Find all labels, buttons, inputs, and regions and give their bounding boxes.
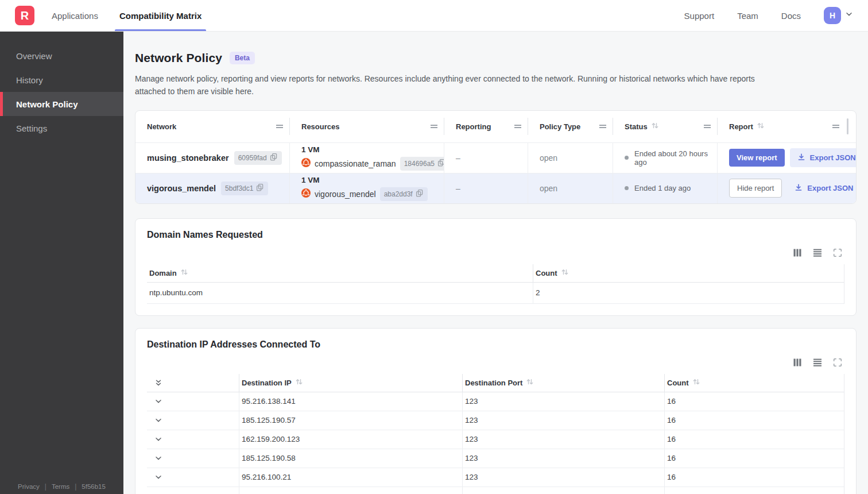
view-report-button[interactable]: View report (729, 149, 785, 167)
column-label: Domain (149, 269, 177, 277)
destination-port-value: 123 (463, 392, 665, 411)
nav-link-support[interactable]: Support (684, 11, 715, 21)
expand-row-icon[interactable] (154, 435, 162, 443)
destinations-card: Destination IP Addresses Connected To De… (135, 328, 857, 494)
app-logo[interactable]: R (15, 6, 34, 25)
column-header-policy-type[interactable]: Policy Type (528, 118, 613, 135)
download-icon (795, 183, 803, 193)
expand-row-icon[interactable] (154, 473, 162, 481)
copy-icon[interactable] (437, 159, 444, 169)
column-header-network[interactable]: Network (135, 118, 290, 135)
table-row[interactable]: 185.125.190.57 123 16 (147, 411, 844, 430)
sort-icon[interactable] (561, 268, 569, 278)
network-hash-pill[interactable]: 5bdf3dc1 (221, 182, 268, 195)
resource-hash-pill[interactable]: aba2dd3f (380, 187, 428, 201)
table-row[interactable]: musing_stonebraker 60959fad 1 VM compass… (135, 142, 856, 173)
sidebar: Overview History Network Policy Settings… (0, 32, 123, 494)
status-dot (625, 186, 629, 190)
drag-handle-icon[interactable] (430, 121, 438, 132)
primary-tabs: Applications Compatibility Matrix (51, 0, 203, 31)
network-hash-pill[interactable]: 60959fad (234, 151, 282, 165)
table-row[interactable]: 162.159.200.123 123 16 (147, 430, 844, 449)
column-header-count[interactable]: Count (533, 264, 844, 282)
hash-text: 5bdf3dc1 (225, 184, 253, 192)
column-header-reporting[interactable]: Reporting (444, 118, 528, 135)
drag-handle-icon[interactable] (832, 121, 840, 132)
policy-type-value: open (540, 153, 557, 163)
sidebar-item-network-policy[interactable]: Network Policy (0, 92, 123, 116)
privacy-link[interactable]: Privacy (18, 483, 40, 490)
columns-icon[interactable] (793, 248, 802, 257)
domain-value: ntp.ubuntu.com (147, 283, 533, 303)
sort-icon[interactable] (295, 377, 303, 388)
expand-row-icon[interactable] (154, 397, 162, 406)
domains-toolbar (147, 248, 842, 257)
drag-handle-icon[interactable] (599, 121, 607, 132)
column-label: Policy Type (540, 122, 580, 131)
domains-card: Domain Names Requested Domain Count (135, 218, 857, 316)
table-row[interactable] (147, 487, 844, 494)
sidebar-item-overview[interactable]: Overview (0, 44, 123, 68)
resource-count: 1 VM (301, 145, 444, 154)
resource-hash-pill[interactable]: 184696a5 (400, 157, 444, 171)
expand-all-icon[interactable] (154, 379, 162, 387)
drag-handle-icon[interactable] (276, 121, 284, 132)
hash-text: aba2dd3f (384, 190, 413, 198)
sidebar-item-history[interactable]: History (0, 68, 123, 92)
fullscreen-icon[interactable] (833, 358, 842, 367)
sort-icon[interactable] (692, 377, 700, 388)
footer-divider: | (45, 483, 46, 491)
column-header-count[interactable]: Count (665, 374, 844, 392)
count-value: 16 (665, 449, 844, 468)
sort-icon[interactable] (526, 377, 534, 388)
rows-density-icon[interactable] (813, 248, 822, 257)
drag-handle-icon[interactable] (703, 121, 711, 132)
tab-applications[interactable]: Applications (51, 0, 99, 31)
table-row[interactable]: 185.125.190.58 123 16 (147, 449, 844, 468)
column-header-report[interactable]: Report (718, 118, 854, 135)
sidebar-item-settings[interactable]: Settings (0, 116, 123, 140)
nav-link-docs[interactable]: Docs (781, 11, 801, 21)
table-row[interactable]: 95.216.100.21 123 16 (147, 468, 844, 487)
expand-row-icon[interactable] (154, 454, 162, 462)
export-json-button[interactable]: Export JSON (790, 148, 856, 167)
status-text: Ended about 20 hours ago (634, 149, 712, 167)
column-header-status[interactable]: Status (613, 118, 718, 135)
count-value: 16 (665, 430, 844, 449)
user-menu[interactable]: H (824, 7, 853, 24)
column-label: Count (667, 379, 689, 387)
table-row[interactable]: 95.216.138.141 123 16 (147, 392, 844, 411)
column-label: Destination Port (465, 379, 522, 387)
column-header-domain[interactable]: Domain (147, 264, 533, 282)
columns-icon[interactable] (793, 358, 802, 367)
nav-link-team[interactable]: Team (737, 11, 758, 21)
header-scroll-thumb[interactable] (847, 118, 848, 134)
table-row[interactable]: ntp.ubuntu.com 2 (147, 283, 844, 304)
copy-icon[interactable] (270, 153, 278, 163)
copy-icon[interactable] (256, 183, 264, 194)
reporting-value: – (456, 184, 460, 193)
table-row[interactable]: vigorous_mendel 5bdf3dc1 1 VM vigorous_m… (135, 173, 856, 203)
tab-compatibility-matrix[interactable]: Compatibility Matrix (118, 0, 203, 31)
rows-density-icon[interactable] (813, 358, 822, 367)
destination-ip-value: 95.216.100.21 (239, 468, 463, 487)
hash-text: 60959fad (238, 154, 267, 162)
destination-port-value: 123 (463, 449, 665, 468)
status-text: Ended 1 day ago (634, 184, 691, 192)
copy-icon[interactable] (416, 189, 424, 199)
footer-divider: | (75, 483, 76, 491)
drag-handle-icon[interactable] (514, 121, 522, 132)
sort-icon[interactable] (651, 121, 659, 132)
fullscreen-icon[interactable] (833, 248, 842, 257)
sort-icon[interactable] (180, 268, 188, 278)
terms-link[interactable]: Terms (52, 483, 69, 490)
sort-icon[interactable] (757, 121, 765, 132)
column-header-destination-ip[interactable]: Destination IP (239, 374, 463, 392)
export-json-button[interactable]: Export JSON (787, 179, 856, 198)
ubuntu-icon (301, 158, 311, 169)
expand-row-icon[interactable] (154, 416, 162, 424)
export-json-label: Export JSON (807, 184, 853, 192)
column-header-destination-port[interactable]: Destination Port (463, 374, 665, 392)
column-header-resources[interactable]: Resources (290, 118, 444, 135)
hide-report-button[interactable]: Hide report (729, 179, 782, 198)
